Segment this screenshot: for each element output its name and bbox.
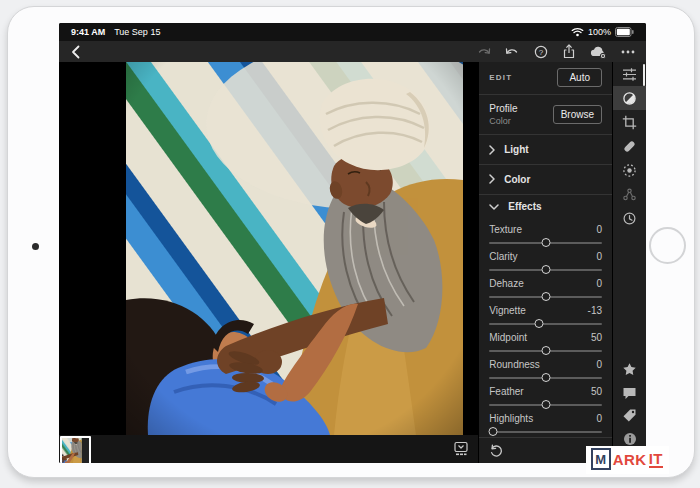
slider-knob[interactable] bbox=[541, 292, 550, 301]
filmstrip-toggle-icon[interactable] bbox=[453, 441, 469, 457]
reset-icon[interactable] bbox=[489, 444, 503, 457]
slider-highlights: Highlights0 bbox=[489, 410, 602, 437]
cloud-sync-icon[interactable] bbox=[590, 45, 607, 59]
profile-label: Profile bbox=[489, 103, 517, 114]
slider-label: Clarity bbox=[489, 251, 517, 262]
edited-photo[interactable] bbox=[126, 62, 463, 435]
redo-icon[interactable] bbox=[476, 45, 491, 58]
slider-track[interactable] bbox=[489, 242, 602, 244]
slider-label: Midpoint bbox=[489, 332, 527, 343]
status-time: 9:41 AM bbox=[71, 27, 105, 37]
ipad-device-frame: 9:41 AM Tue Sep 15 100% bbox=[7, 6, 695, 478]
tag-icon bbox=[622, 408, 637, 423]
slider-track[interactable] bbox=[489, 296, 602, 298]
section-color[interactable]: Color bbox=[489, 165, 602, 194]
markit-watermark: MARKIT bbox=[586, 446, 669, 474]
svg-text:?: ? bbox=[539, 47, 544, 56]
healing-brush-icon bbox=[622, 139, 637, 154]
undo-icon[interactable] bbox=[505, 45, 520, 58]
edit-icon bbox=[622, 91, 637, 106]
star-icon bbox=[622, 362, 637, 377]
slider-label: Highlights bbox=[489, 413, 533, 424]
slider-track[interactable] bbox=[489, 350, 602, 352]
edit-panel-title: EDIT bbox=[489, 73, 512, 82]
section-effects[interactable]: Effects bbox=[489, 195, 602, 220]
slider-knob[interactable] bbox=[488, 427, 497, 436]
history-clock-icon bbox=[622, 211, 637, 226]
slider-dehaze: Dehaze0 bbox=[489, 275, 602, 302]
chevron-right-icon bbox=[489, 174, 495, 184]
lightroom-app-screen: 9:41 AM Tue Sep 15 100% bbox=[59, 23, 646, 463]
slider-label: Vignette bbox=[489, 305, 526, 316]
section-light[interactable]: Light bbox=[489, 135, 602, 164]
home-button[interactable] bbox=[649, 227, 686, 264]
tool-presets[interactable] bbox=[613, 62, 646, 86]
chevron-down-icon bbox=[489, 204, 499, 210]
share-icon[interactable] bbox=[562, 44, 576, 59]
status-date: Tue Sep 15 bbox=[114, 27, 160, 37]
slider-value: 0 bbox=[596, 224, 602, 235]
front-camera bbox=[32, 243, 39, 250]
slider-vignette: Vignette-13 bbox=[489, 302, 602, 329]
edit-panel: EDIT Auto Profile Color Browse Light bbox=[478, 62, 612, 463]
tool-masking[interactable] bbox=[613, 158, 646, 182]
tool-crop[interactable] bbox=[613, 110, 646, 134]
tool-optics[interactable] bbox=[613, 182, 646, 206]
help-icon[interactable]: ? bbox=[534, 45, 548, 59]
slider-clarity: Clarity0 bbox=[489, 248, 602, 275]
slider-value: -13 bbox=[588, 305, 602, 316]
crop-icon bbox=[622, 115, 637, 130]
browse-button[interactable]: Browse bbox=[553, 105, 602, 124]
tool-comments[interactable] bbox=[613, 381, 646, 404]
slider-label: Roundness bbox=[489, 359, 540, 370]
tool-star-rating[interactable] bbox=[613, 358, 646, 381]
slider-value: 0 bbox=[596, 251, 602, 262]
tool-keywords[interactable] bbox=[613, 404, 646, 427]
slider-track[interactable] bbox=[489, 404, 602, 406]
filmstrip-bar bbox=[59, 435, 478, 463]
slider-knob[interactable] bbox=[534, 319, 543, 328]
optics-icon bbox=[622, 187, 637, 202]
comment-icon bbox=[622, 386, 637, 400]
slider-knob[interactable] bbox=[541, 346, 550, 355]
watermark-it: IT bbox=[649, 451, 663, 468]
effects-sliders: Texture0 Clarity0 Dehaze0 Vignette-13 bbox=[489, 219, 602, 437]
presets-icon bbox=[622, 67, 637, 82]
slider-value: 0 bbox=[596, 278, 602, 289]
auto-button[interactable]: Auto bbox=[557, 68, 602, 87]
slider-track[interactable] bbox=[489, 269, 602, 271]
tool-healing[interactable] bbox=[613, 134, 646, 158]
slider-knob[interactable] bbox=[541, 373, 550, 382]
masking-brush-icon bbox=[622, 163, 637, 178]
wifi-icon bbox=[571, 27, 584, 37]
slider-value: 0 bbox=[596, 359, 602, 370]
slider-texture: Texture0 bbox=[489, 221, 602, 248]
slider-feather: Feather50 bbox=[489, 383, 602, 410]
watermark-m-box: M bbox=[591, 448, 611, 470]
photo-canvas[interactable] bbox=[59, 62, 478, 435]
tool-versions[interactable] bbox=[613, 206, 646, 230]
slider-value: 50 bbox=[591, 386, 602, 397]
info-icon bbox=[623, 432, 637, 446]
section-light-label: Light bbox=[504, 144, 528, 155]
rail-scrollbar[interactable] bbox=[643, 64, 645, 86]
photo-thumbnail-selected[interactable] bbox=[60, 436, 91, 463]
section-effects-label: Effects bbox=[508, 201, 541, 212]
slider-knob[interactable] bbox=[541, 400, 550, 409]
status-bar: 9:41 AM Tue Sep 15 100% bbox=[59, 23, 646, 41]
more-icon[interactable] bbox=[621, 50, 635, 54]
slider-track[interactable] bbox=[489, 323, 602, 325]
battery-icon bbox=[615, 27, 634, 37]
section-color-label: Color bbox=[504, 174, 530, 185]
slider-knob[interactable] bbox=[541, 238, 550, 247]
battery-percent: 100% bbox=[588, 27, 611, 37]
slider-track[interactable] bbox=[489, 377, 602, 379]
back-icon[interactable] bbox=[70, 45, 82, 59]
tool-edit-selected[interactable] bbox=[613, 86, 646, 110]
chevron-right-icon bbox=[489, 145, 495, 155]
slider-track[interactable] bbox=[489, 431, 602, 433]
slider-value: 0 bbox=[596, 413, 602, 424]
slider-label: Feather bbox=[489, 386, 523, 397]
slider-knob[interactable] bbox=[541, 265, 550, 274]
slider-label: Dehaze bbox=[489, 278, 523, 289]
